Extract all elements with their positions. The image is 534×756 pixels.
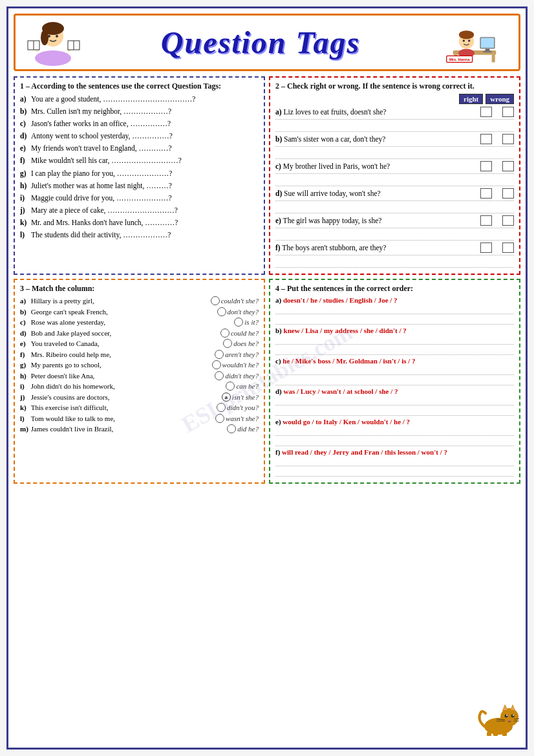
item-label: h) [20,180,29,191]
item-label: l) [20,230,29,240]
order-answer-line [275,457,514,466]
right-box[interactable] [480,107,492,117]
order-label: f) [275,448,280,456]
section2-item-0: a) Liz loves to eat fruits, doesn't she? [275,107,514,120]
match-sentence: Mrs. Ribeiro could help me, [31,351,215,358]
rw-item-text: c) My brother lived in Paris, won't he? [275,162,475,170]
section3-item-0: a) Hillary is a pretty girl, couldn't sh… [20,296,259,305]
section-2-box: 2 – Check right or wrong. If the sentenc… [269,76,520,275]
match-circle[interactable] [226,382,235,391]
wrong-box[interactable] [502,215,514,226]
section-4-title: 4 – Put the sentences in the correct ord… [275,284,514,294]
svg-point-21 [459,30,474,39]
section1-item-8: i) Maggie could drive for you, …………………? [20,193,259,203]
section3-item-11: l) Tom would like to talk to me, wasn't … [20,414,259,423]
order-answer-line [275,427,514,436]
girl-reading-icon [24,18,82,67]
match-sentence: Peter doesn't like Ana, [31,372,215,380]
item-label: g) [20,168,29,178]
order-label: d) [275,387,282,395]
order-words: he / Mike's boss / Mr. Goldman / isn't /… [283,357,415,365]
right-box[interactable] [480,134,492,144]
rw-item-text: e) The girl was happy today, is she? [275,217,475,224]
right-label: right [459,94,483,104]
order-words: was / Lucy / wasn't / at school / she / … [284,387,398,395]
wrong-label: wrong [486,94,514,104]
item-text: Mike wouldn't sell his car, ………………………? [31,155,182,166]
match-circle[interactable] [215,371,224,380]
rw-boxes [480,188,514,199]
match-circle[interactable] [215,414,224,423]
section-2-items: a) Liz loves to eat fruits, doesn't she?… [275,107,514,268]
svg-point-34 [506,715,507,716]
item-text: My friends won't travel to England, …………… [31,143,172,153]
match-answer: couldn't she? [221,297,259,305]
match-circle[interactable]: a [222,393,231,402]
section2-item-4: e) The girl was happy today, is she? [275,215,514,228]
right-box[interactable] [480,161,492,171]
match-answer: did he? [237,425,259,433]
order-label: a) [275,296,281,304]
match-answer: could he? [231,329,259,337]
match-circle[interactable] [215,350,224,359]
wrong-box[interactable] [502,161,514,171]
item-text: Mary ate a piece of cake, ………………………? [31,205,178,215]
section-2-title: 2 – Check right or wrong. If the sentenc… [275,81,514,91]
match-circle[interactable] [223,339,232,348]
item-label: c) [20,118,29,129]
match-sentence: Rose was alone yesterday, [31,318,235,326]
item-label: k) [20,217,29,228]
section-3-box: 3 – Match the column: a) Hillary is a pr… [14,279,265,484]
match-label: d) [20,329,29,337]
wrong-box[interactable] [502,107,514,117]
match-label: a) [20,297,29,305]
match-sentence: This exercise isn't difficult, [31,404,217,411]
section1-item-2: c) Jason's father works in an office, ……… [20,118,259,129]
match-circle[interactable] [220,329,230,338]
wrong-box[interactable] [502,188,514,199]
match-circle[interactable] [217,403,226,412]
match-sentence: Hillary is a pretty girl, [31,297,211,305]
order-answer-line2 [275,376,514,385]
match-sentence: James couldn't live in Brazil, [31,425,228,433]
section-3-items: a) Hillary is a pretty girl, couldn't sh… [20,296,259,433]
section4-item-4: e) would go / to Italy / Ken / wouldn't … [275,418,514,446]
match-label: l) [20,415,29,422]
section1-item-7: h) Juliet's mother was at home last nigh… [20,180,259,191]
match-sentence: Jessie's cousins are doctors, [31,393,222,401]
match-answer: is it? [244,318,259,326]
match-label: k) [20,404,29,411]
right-box[interactable] [480,243,492,253]
item-label: j) [20,205,29,215]
match-sentence: Bob and Jake played soccer, [31,329,220,337]
item-text: I can play the piano for you, …………………? [31,168,172,178]
cat-icon [474,700,519,736]
svg-point-24 [463,39,465,41]
wrong-box[interactable] [502,243,514,253]
correction-line [275,203,514,213]
order-answer-line2 [275,346,514,355]
section3-item-12: m) James couldn't live in Brazil, did he… [20,424,259,433]
section2-item-2: c) My brother lived in Paris, won't he? [275,161,514,174]
match-circle[interactable] [217,307,226,316]
section1-item-11: l) The students did their activity, …………… [20,230,259,240]
section3-item-2: c) Rose was alone yesterday, is it? [20,318,259,327]
match-answer: wasn't she? [226,415,259,422]
correction-line [275,176,514,186]
header: Question Tags [14,14,520,71]
section3-item-10: k) This exercise isn't difficult, didn't… [20,403,259,412]
order-answer-line [275,305,514,314]
match-sentence: Tom would like to talk to me, [31,415,215,422]
header-center: Question Tags [85,25,436,60]
right-box[interactable] [480,188,492,199]
right-box[interactable] [480,215,492,226]
rw-boxes [480,161,514,171]
wrong-box[interactable] [502,134,514,144]
rw-item-text: b) Sam's sister won a car, don't they? [275,135,475,143]
match-circle[interactable] [212,360,221,369]
match-circle[interactable] [227,424,236,433]
match-label: g) [20,361,29,369]
match-circle[interactable] [234,318,243,327]
match-circle[interactable] [211,296,220,305]
match-label: h) [20,372,29,380]
